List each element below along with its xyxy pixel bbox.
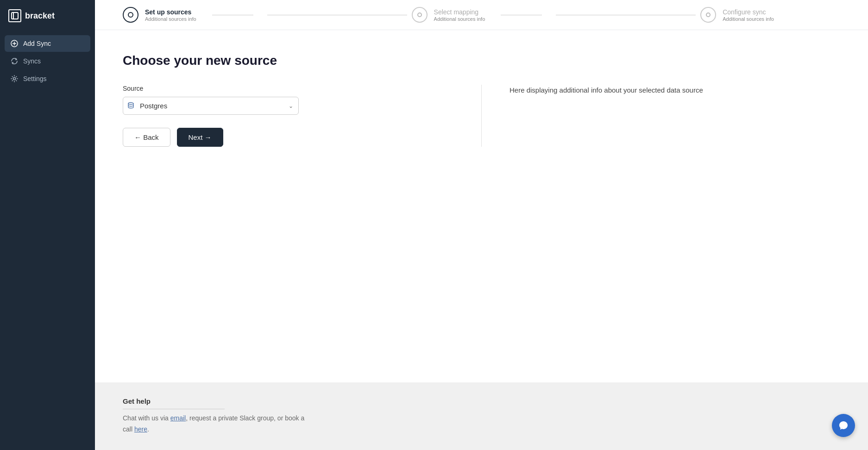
- step-configure-sync: Configure sync Additional sources info: [700, 7, 840, 23]
- sidebar: bracket Add Sync Syncs: [0, 0, 95, 450]
- svg-rect-0: [12, 12, 18, 19]
- step-indicator-1: [128, 12, 133, 18]
- step-label-1: Set up sources Additional sources info: [145, 8, 196, 22]
- source-select-wrapper: Postgres MySQL BigQuery Snowflake Redshi…: [123, 97, 299, 115]
- step-circle-2: [412, 7, 428, 23]
- source-field-label: Source: [123, 85, 453, 92]
- footer-here-link[interactable]: here: [134, 425, 147, 433]
- stepper: Set up sources Additional sources info S…: [95, 0, 868, 30]
- step-main-label-1: Set up sources: [145, 8, 196, 16]
- button-row: ← Back Next →: [123, 128, 453, 147]
- step-connector-1: [267, 15, 407, 15]
- next-button[interactable]: Next →: [177, 128, 223, 147]
- form-layout: Source Postgres MySQL BigQ: [123, 85, 840, 147]
- sidebar-item-settings[interactable]: Settings: [5, 70, 90, 87]
- step-indicator-2: [417, 12, 422, 17]
- form-left: Source Postgres MySQL BigQ: [123, 85, 482, 147]
- sidebar-item-syncs[interactable]: Syncs: [5, 53, 90, 69]
- footer-title: Get help: [123, 397, 225, 409]
- footer: Get help Chat with us via email, request…: [95, 382, 868, 450]
- database-icon: [127, 102, 134, 110]
- step-circle-1: [123, 7, 138, 23]
- step-circle-3: [700, 7, 716, 23]
- main-content: Set up sources Additional sources info S…: [95, 0, 868, 450]
- sidebar-item-label: Add Sync: [23, 40, 51, 47]
- step-sub-label-2: Additional sources info: [434, 16, 485, 22]
- step-sub-label-3: Additional sources info: [723, 16, 774, 22]
- main-area: Choose your new source Source: [95, 30, 868, 382]
- page-body: Choose your new source Source: [95, 30, 868, 450]
- step-indicator-3: [706, 12, 711, 17]
- info-text: Here displaying additional info about yo…: [509, 85, 840, 96]
- page-title: Choose your new source: [123, 53, 840, 68]
- sidebar-nav: Add Sync Syncs Settings: [0, 31, 95, 91]
- source-select[interactable]: Postgres MySQL BigQuery Snowflake Redshi…: [123, 97, 299, 115]
- step-label-2: Select mapping Additional sources info: [434, 8, 485, 22]
- step-sub-label-1: Additional sources info: [145, 16, 196, 22]
- step-connector-2: [556, 15, 696, 15]
- chat-button[interactable]: [832, 414, 855, 437]
- sidebar-item-label: Settings: [23, 75, 47, 82]
- svg-point-6: [128, 102, 133, 104]
- sidebar-item-add-sync[interactable]: Add Sync: [5, 35, 90, 52]
- brand-logo: bracket: [0, 0, 95, 31]
- settings-icon: [10, 75, 19, 83]
- step-set-up-sources: Set up sources Additional sources info: [123, 7, 263, 23]
- footer-email-link[interactable]: email: [170, 414, 186, 422]
- add-sync-icon: [10, 39, 19, 48]
- footer-text-end: .: [147, 425, 149, 433]
- footer-text-before-email: Chat with us via: [123, 414, 170, 422]
- brand-name: bracket: [25, 11, 55, 21]
- logo-icon: [8, 9, 21, 22]
- step-main-label-2: Select mapping: [434, 8, 485, 16]
- sidebar-item-label: Syncs: [23, 57, 41, 65]
- footer-text: Chat with us via email, request a privat…: [123, 413, 308, 435]
- form-right: Here displaying additional info about yo…: [482, 85, 840, 147]
- syncs-icon: [10, 57, 19, 65]
- back-button[interactable]: ← Back: [123, 128, 170, 147]
- svg-point-5: [13, 78, 16, 80]
- step-main-label-3: Configure sync: [723, 8, 774, 16]
- step-label-3: Configure sync Additional sources info: [723, 8, 774, 22]
- step-select-mapping: Select mapping Additional sources info: [412, 7, 552, 23]
